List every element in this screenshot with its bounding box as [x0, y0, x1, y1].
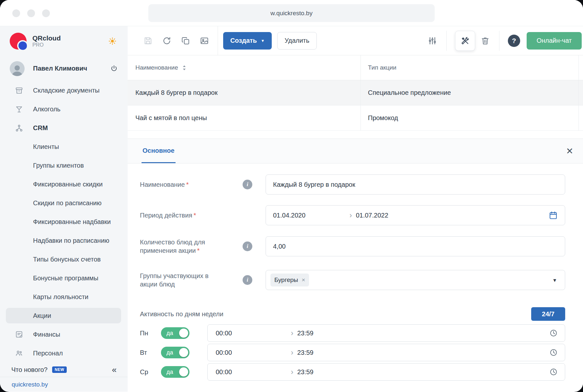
- sidebar-item-alcohol[interactable]: Алкоголь: [0, 100, 128, 119]
- info-icon[interactable]: i: [243, 275, 252, 285]
- table-row[interactable]: Чай с мятой в пол цены Промокод: [128, 106, 583, 131]
- sidebar-item-staff[interactable]: Персонал: [0, 344, 128, 363]
- time-range-input[interactable]: 00:00 › 23:59: [207, 363, 565, 381]
- time-range-input[interactable]: 00:00 › 23:59: [207, 324, 565, 342]
- online-chat-button[interactable]: Онлайн-чат: [527, 32, 582, 50]
- sidebar-item-finance[interactable]: Финансы: [0, 325, 128, 344]
- create-button[interactable]: Создать ▼: [223, 32, 272, 50]
- sort-icon[interactable]: [182, 65, 187, 71]
- sidebar-item-fixed-surcharges[interactable]: Фиксированные надбавки: [0, 213, 128, 231]
- period-from-value[interactable]: 01.04.2020: [273, 212, 349, 219]
- sidebar-item-scheduled-discounts[interactable]: Скидки по расписанию: [0, 194, 128, 213]
- window-minimize-button[interactable]: [27, 9, 35, 17]
- logo-subtitle: PRO: [32, 42, 61, 48]
- quantity-field-label: Количество блюд для применения акции*: [140, 238, 221, 255]
- refresh-icon[interactable]: [161, 35, 172, 46]
- user-row[interactable]: Павел Климович: [0, 56, 128, 81]
- main-content: Создать ▼ Удалить: [128, 26, 583, 392]
- sidebar-item-label: Карты лояльности: [33, 293, 88, 301]
- whats-new-row[interactable]: Что нового? NEW «: [0, 363, 128, 377]
- chevron-right-icon: ›: [291, 368, 293, 376]
- image-icon[interactable]: [199, 35, 210, 46]
- sidebar-item-label: Фиксированные надбавки: [33, 218, 111, 226]
- required-mark: *: [186, 181, 189, 188]
- sidebar-item-label: CRM: [33, 124, 48, 132]
- clock-icon[interactable]: [549, 348, 558, 357]
- quantity-input[interactable]: [266, 236, 565, 256]
- column-header-type: Тип акции: [360, 55, 583, 80]
- sidebar-item-bonus-programs[interactable]: Бонусные программы: [0, 269, 128, 287]
- window-close-button[interactable]: [12, 9, 20, 17]
- sidebar-item-bonus-account-types[interactable]: Типы бонусных счетов: [0, 250, 128, 269]
- sidebar-item-label: Фиксированные скидки: [33, 181, 103, 188]
- sidebar-item-fixed-discounts[interactable]: Фиксированные скидки: [0, 175, 128, 194]
- toggle-state-label: да: [166, 349, 173, 356]
- whats-new-label: Что нового?: [11, 366, 48, 374]
- address-bar[interactable]: w.quickresto.by: [148, 4, 435, 22]
- quickresto-link[interactable]: quickresto.by: [12, 381, 48, 388]
- trash-icon[interactable]: [480, 35, 491, 46]
- toolbar-divider: [218, 26, 218, 55]
- field-quantity-row: Количество блюд для применения акции* i: [128, 236, 583, 256]
- time-from-value[interactable]: 00:00: [216, 368, 291, 376]
- save-icon[interactable]: [143, 35, 154, 46]
- name-input[interactable]: [266, 174, 565, 195]
- column-header-name-label: Наименование: [135, 64, 178, 71]
- delete-button[interactable]: Удалить: [277, 32, 317, 50]
- theme-brightness-icon[interactable]: [108, 37, 117, 45]
- group-tag: Бургеры ×: [270, 274, 309, 286]
- day-toggle[interactable]: да: [161, 366, 189, 378]
- time-range-input[interactable]: 00:00 › 23:59: [207, 344, 565, 361]
- window-zoom-button[interactable]: [42, 9, 50, 17]
- period-field-label: Период действия*: [140, 211, 221, 219]
- toolbar-divider: [499, 31, 499, 51]
- cocktail-icon: [14, 105, 24, 114]
- tools-button[interactable]: [455, 31, 475, 51]
- caret-down-icon[interactable]: ▼: [552, 277, 557, 283]
- browser-bar: w.quickresto.by: [0, 0, 583, 26]
- info-icon[interactable]: i: [243, 241, 252, 251]
- period-to-value[interactable]: 01.07.2022: [356, 212, 388, 219]
- day-toggle[interactable]: да: [161, 347, 189, 358]
- chevron-right-icon: ›: [291, 349, 293, 356]
- sidebar-item-loyalty-cards[interactable]: Карты лояльности: [0, 287, 128, 306]
- scrollbar-track[interactable]: [578, 55, 579, 131]
- filter-sliders-icon[interactable]: [427, 35, 438, 46]
- new-badge: NEW: [52, 366, 67, 373]
- sidebar-item-label: Скидки по расписанию: [33, 199, 102, 207]
- copy-icon[interactable]: [180, 35, 191, 46]
- sidebar-item-scheduled-surcharges[interactable]: Надбавки по расписанию: [0, 231, 128, 250]
- day-toggle[interactable]: да: [161, 327, 189, 339]
- toggle-knob: [179, 367, 188, 376]
- sidebar-item-crm[interactable]: CRM: [0, 119, 128, 138]
- clock-icon[interactable]: [549, 368, 558, 376]
- period-range-input[interactable]: 01.04.2020 › 01.07.2022: [266, 205, 565, 225]
- time-to-value[interactable]: 23:59: [297, 349, 314, 356]
- calendar-icon[interactable]: [549, 211, 558, 220]
- activity-label: Активность по дням недели: [140, 310, 223, 318]
- sidebar-item-label: Группы клиентов: [33, 162, 84, 169]
- time-to-value[interactable]: 23:59: [297, 330, 314, 337]
- sidebar-item-client-groups[interactable]: Группы клиентов: [0, 156, 128, 175]
- logout-power-icon[interactable]: [110, 65, 118, 73]
- sidebar: QRcloud PRO Павел Климович: [0, 26, 128, 392]
- help-icon[interactable]: ?: [508, 35, 520, 47]
- activity-24-7-button[interactable]: 24/7: [531, 307, 565, 321]
- weekday-activity-list: Пн да 00:00 › 23:59: [128, 324, 583, 381]
- tab-general[interactable]: Основное: [142, 139, 176, 163]
- info-icon[interactable]: i: [243, 180, 252, 189]
- day-label: Вт: [140, 349, 147, 356]
- sidebar-collapse-icon[interactable]: «: [112, 365, 117, 374]
- time-to-value[interactable]: 23:59: [297, 368, 314, 376]
- time-from-value[interactable]: 00:00: [216, 330, 291, 337]
- groups-multiselect[interactable]: Бургеры × ▼: [266, 270, 565, 290]
- table-row[interactable]: Каждый 8 бургер в подарок Специальное пр…: [128, 80, 583, 106]
- sidebar-item-clients[interactable]: Клиенты: [0, 138, 128, 156]
- sidebar-item-label: Персонал: [33, 350, 63, 357]
- tag-remove-icon[interactable]: ×: [302, 276, 305, 284]
- sidebar-item-promotions[interactable]: Акции: [6, 308, 121, 323]
- time-from-value[interactable]: 00:00: [216, 349, 291, 356]
- close-icon[interactable]: ✕: [566, 146, 573, 156]
- clock-icon[interactable]: [549, 329, 558, 337]
- sidebar-item-warehouse-docs[interactable]: Складские документы: [0, 81, 128, 100]
